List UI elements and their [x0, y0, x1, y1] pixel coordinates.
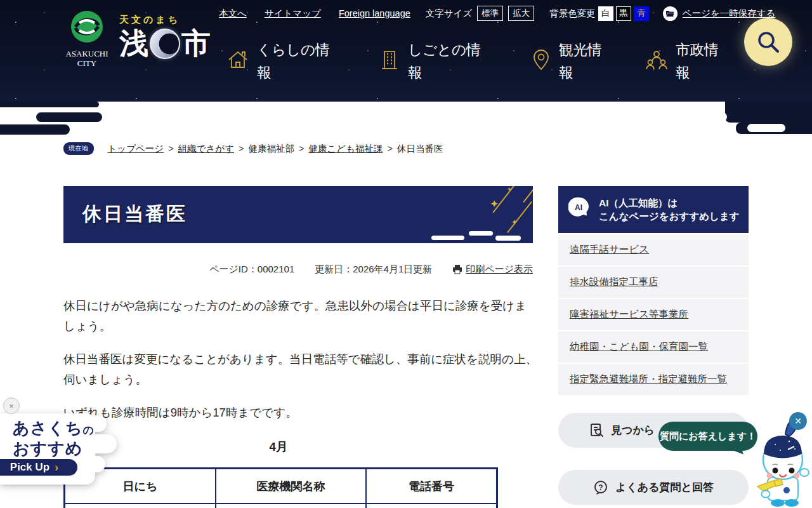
ai-link-kindergartens[interactable]: 幼稚園・こども園・保育園一覧 — [558, 331, 749, 363]
header-cloud-decor — [725, 102, 812, 123]
page-content: 休日にけがや急病になった方のための診療です。急患以外の場合は平日に診療を受けまし… — [63, 296, 538, 436]
nav-label: 観光情報 — [559, 39, 602, 84]
ai-link-evacuation-sites[interactable]: 指定緊急避難場所・指定避難所一覧 — [558, 364, 749, 395]
header-cloud-decor — [36, 112, 102, 122]
faq-button[interactable]: ? よくある質問と回答 — [558, 470, 749, 505]
ai-recommend-box: AI AI（人工知能）は こんなページをおすすめします 遠隔手話サービス 排水設… — [558, 186, 749, 395]
page-id: ページID：0002101 — [209, 264, 294, 276]
fontsize-large-button[interactable]: 拡大 — [508, 6, 534, 21]
print-page-link[interactable]: 印刷ページ表示 — [466, 264, 533, 276]
nav-label: 市政情報 — [676, 39, 719, 84]
paragraph: いずれも診療時間は9時から17時までです。 — [63, 403, 538, 423]
cloud-decor — [469, 231, 493, 236]
shooting-star-decor — [523, 186, 533, 203]
star-icon: ✦ — [490, 197, 499, 211]
foreign-language-link[interactable]: Foreign language — [339, 8, 410, 18]
month-heading: 4月 — [63, 439, 494, 455]
nav-item-tourism[interactable]: 観光情報 — [531, 39, 612, 84]
current-location-badge: 現在地 — [63, 142, 94, 155]
shooting-star-decor — [507, 201, 532, 233]
updated-date: 更新日：2026年4月1日更新 — [315, 264, 432, 276]
ai-link-sign-language[interactable]: 遠隔手話サービス — [558, 234, 749, 265]
nav-item-work[interactable]: しごとの情報 — [379, 39, 494, 84]
svg-text:?: ? — [598, 483, 603, 491]
main-nav: くらしの情報 しごとの情報 観光情 — [226, 37, 726, 86]
city-name: 浅 市 — [119, 29, 211, 59]
nav-label: くらしの情報 — [257, 39, 330, 84]
skip-to-content-link[interactable]: 本文へ — [219, 8, 247, 20]
ai-recommend-header: AI AI（人工知能）は こんなページをおすすめします — [558, 186, 749, 233]
site-header: ASAKUCHI CITY 天文のまち 浅 市 本文へ サイトマップ Forei… — [0, 0, 812, 102]
ai-recommend-title: AI（人工知能）は こんなページをおすすめします — [599, 196, 740, 223]
chatbot-bubble[interactable]: 質問にお答えします！ — [658, 422, 757, 451]
ai-head-icon: AI — [568, 196, 593, 223]
table-header-row: 日にち 医療機関名称 電話番号 — [65, 469, 497, 504]
fontsize-standard-button[interactable]: 標準 — [477, 6, 503, 21]
close-icon: ✕ — [794, 416, 802, 426]
pickup-title-line2: おすすめ — [13, 438, 82, 460]
table-cell — [216, 504, 366, 508]
cloud-decor — [431, 236, 464, 240]
column-header-phone: 電話番号 — [366, 469, 497, 504]
bgcolor-blue-button[interactable]: 青 — [634, 6, 649, 21]
breadcrumb-link-org[interactable]: 組織でさがす — [178, 143, 234, 155]
pickup-popup[interactable]: あさくちの おすすめ Pick Up › — [0, 413, 121, 485]
page-title: 休日当番医 — [82, 201, 187, 227]
moon-icon — [150, 29, 180, 59]
paragraph: 休日当番医は変更になることがあります。当日電話等で確認し、事前に症状を説明の上、… — [63, 349, 538, 390]
star-icon: ✶ — [507, 186, 512, 192]
pickup-close-button[interactable]: × — [3, 398, 20, 414]
table-cell — [65, 504, 216, 508]
breadcrumb-item: 健康福祉部 — [249, 143, 295, 155]
fontsize-label: 文字サイズ — [426, 8, 473, 20]
paragraph: 休日にけがや急病になった方のための診療です。急患以外の場合は平日に診療を受けまし… — [63, 296, 538, 337]
people-icon — [645, 49, 668, 74]
header-cloud-decor — [0, 102, 99, 107]
nav-item-government[interactable]: 市政情報 — [645, 39, 726, 84]
breadcrumb-current: 休日当番医 — [397, 143, 443, 155]
header-cloud-decor — [686, 112, 727, 121]
duty-doctor-table: 日にち 医療機関名称 電話番号 — [63, 467, 498, 508]
table-cell — [366, 504, 497, 508]
pickup-button[interactable]: Pick Up › — [0, 459, 77, 476]
emblem-caption: ASAKUCHI CITY — [63, 49, 110, 68]
close-icon: × — [9, 401, 14, 411]
chevron-right-icon: › — [55, 461, 58, 474]
city-emblem-icon — [69, 9, 105, 44]
svg-text:AI: AI — [575, 203, 582, 212]
cloud-decor — [495, 236, 521, 241]
sitemap-link[interactable]: サイトマップ — [265, 8, 321, 20]
city-emblem: ASAKUCHI CITY — [63, 9, 110, 68]
star-icon: ✦ — [511, 218, 518, 227]
page-meta: ページID：0002101 更新日：2026年4月1日更新 印刷ページ表示 — [63, 264, 533, 276]
house-icon — [226, 49, 249, 74]
nav-label: しごとの情報 — [408, 39, 481, 84]
breadcrumb-link-home[interactable]: トップページ — [108, 143, 164, 155]
utility-bar: 本文へ サイトマップ Foreign language 文字サイズ 標準 拡大 … — [219, 6, 776, 21]
building-icon — [379, 49, 400, 74]
chatbot-close-button[interactable]: ✕ — [789, 412, 807, 430]
nav-item-living[interactable]: くらしの情報 — [226, 39, 346, 84]
faq-label: よくある質問と回答 — [615, 480, 714, 495]
save-page-link[interactable]: ページを一時保存する — [683, 8, 776, 20]
search-button[interactable] — [744, 18, 792, 66]
header-cloud-decor — [0, 124, 70, 135]
column-header-institution: 医療機関名称 — [216, 469, 366, 504]
breadcrumb-link-division[interactable]: 健康こども福祉課 — [308, 143, 383, 155]
header-cloud-decor — [747, 124, 785, 132]
bgcolor-label: 背景色変更 — [549, 8, 596, 20]
bgcolor-black-button[interactable]: 黒 — [616, 6, 631, 21]
bgcolor-white-button[interactable]: 白 — [598, 6, 613, 21]
pickup-title-line1: あさくちの — [13, 417, 95, 439]
table-row — [65, 504, 497, 508]
search-icon — [755, 29, 782, 55]
ai-link-disability-services[interactable]: 障害福祉サービス等事業所 — [558, 299, 749, 330]
document-search-icon — [589, 423, 604, 438]
site-logo[interactable]: ASAKUCHI CITY 天文のまち 浅 市 — [63, 9, 211, 68]
breadcrumb: 現在地 トップページ > 組織でさがす > 健康福祉部 > 健康こども福祉課 >… — [63, 142, 443, 155]
not-found-help-label: 見つから — [611, 423, 655, 438]
ai-link-drainage[interactable]: 排水設備指定工事店 — [558, 267, 749, 298]
logo-tagline: 天文のまち — [119, 14, 211, 26]
question-bubble-icon: ? — [593, 480, 608, 495]
save-page-icon — [663, 6, 678, 21]
